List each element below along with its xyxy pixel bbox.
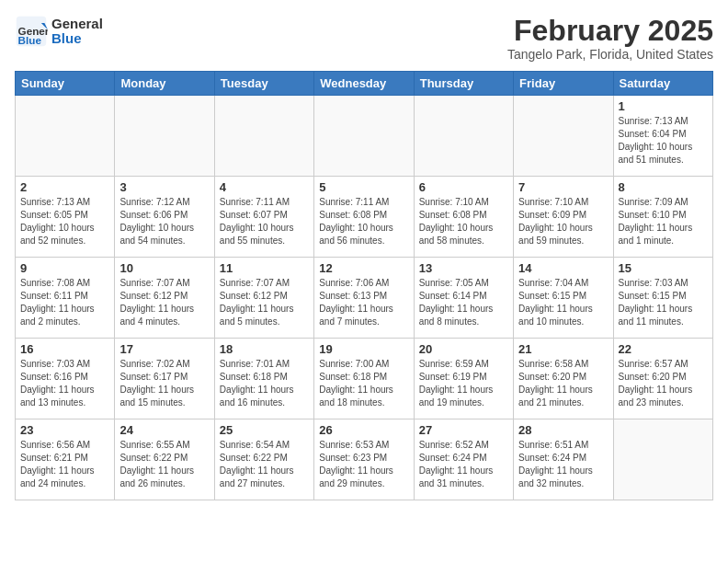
day-number: 8 <box>619 180 708 194</box>
day-info: Sunrise: 6:51 AM Sunset: 6:24 PM Dayligh… <box>518 439 608 490</box>
day-number: 3 <box>119 180 209 194</box>
day-cell: 14Sunrise: 7:04 AM Sunset: 6:15 PM Dayli… <box>514 258 613 339</box>
day-cell: 15Sunrise: 7:03 AM Sunset: 6:15 PM Dayli… <box>613 258 712 339</box>
calendar-header-wednesday: Wednesday <box>314 72 414 96</box>
day-cell: 11Sunrise: 7:07 AM Sunset: 6:12 PM Dayli… <box>214 258 313 339</box>
day-cell: 3Sunrise: 7:12 AM Sunset: 6:06 PM Daylig… <box>115 177 214 258</box>
calendar-table: SundayMondayTuesdayWednesdayThursdayFrid… <box>15 71 713 500</box>
day-cell: 7Sunrise: 7:10 AM Sunset: 6:09 PM Daylig… <box>514 177 613 258</box>
day-info: Sunrise: 6:55 AM Sunset: 6:22 PM Dayligh… <box>119 439 209 490</box>
day-cell: 23Sunrise: 6:56 AM Sunset: 6:21 PM Dayli… <box>16 419 115 500</box>
day-info: Sunrise: 7:00 AM Sunset: 6:18 PM Dayligh… <box>319 358 408 409</box>
calendar-header-row: SundayMondayTuesdayWednesdayThursdayFrid… <box>16 72 713 96</box>
day-cell: 26Sunrise: 6:53 AM Sunset: 6:23 PM Dayli… <box>314 419 414 500</box>
day-number: 7 <box>518 180 608 194</box>
day-number: 14 <box>518 261 608 275</box>
day-cell: 19Sunrise: 7:00 AM Sunset: 6:18 PM Dayli… <box>314 339 414 419</box>
logo-icon: General Blue <box>15 15 48 48</box>
calendar-header-saturday: Saturday <box>613 72 712 96</box>
page: General Blue General Blue February 2025 … <box>0 0 728 510</box>
day-cell <box>414 96 513 177</box>
day-number: 25 <box>220 423 309 437</box>
day-number: 5 <box>319 180 408 194</box>
day-info: Sunrise: 7:03 AM Sunset: 6:16 PM Dayligh… <box>20 358 109 409</box>
day-cell: 13Sunrise: 7:05 AM Sunset: 6:14 PM Dayli… <box>414 258 513 339</box>
title-block: February 2025 Tangelo Park, Florida, Uni… <box>507 15 713 62</box>
week-row-2: 2Sunrise: 7:13 AM Sunset: 6:05 PM Daylig… <box>16 177 713 258</box>
day-cell: 6Sunrise: 7:10 AM Sunset: 6:08 PM Daylig… <box>414 177 513 258</box>
day-info: Sunrise: 7:08 AM Sunset: 6:11 PM Dayligh… <box>20 277 109 328</box>
day-cell: 2Sunrise: 7:13 AM Sunset: 6:05 PM Daylig… <box>16 177 115 258</box>
day-number: 19 <box>319 342 408 356</box>
day-info: Sunrise: 6:56 AM Sunset: 6:21 PM Dayligh… <box>20 439 109 490</box>
day-cell: 8Sunrise: 7:09 AM Sunset: 6:10 PM Daylig… <box>613 177 712 258</box>
day-info: Sunrise: 7:05 AM Sunset: 6:14 PM Dayligh… <box>419 277 508 328</box>
day-info: Sunrise: 7:11 AM Sunset: 6:07 PM Dayligh… <box>220 196 309 247</box>
day-number: 15 <box>619 261 708 275</box>
day-cell: 10Sunrise: 7:07 AM Sunset: 6:12 PM Dayli… <box>115 258 214 339</box>
day-number: 23 <box>20 423 109 437</box>
day-number: 20 <box>419 342 508 356</box>
day-cell: 22Sunrise: 6:57 AM Sunset: 6:20 PM Dayli… <box>613 339 712 419</box>
week-row-1: 1Sunrise: 7:13 AM Sunset: 6:04 PM Daylig… <box>16 96 713 177</box>
day-number: 22 <box>619 342 708 356</box>
day-info: Sunrise: 6:57 AM Sunset: 6:20 PM Dayligh… <box>619 358 708 409</box>
day-cell <box>314 96 414 177</box>
day-cell <box>115 96 214 177</box>
calendar-header-monday: Monday <box>115 72 214 96</box>
logo: General Blue General Blue <box>15 15 103 48</box>
day-cell: 28Sunrise: 6:51 AM Sunset: 6:24 PM Dayli… <box>514 419 613 500</box>
day-number: 13 <box>419 261 508 275</box>
day-number: 9 <box>20 261 109 275</box>
day-number: 27 <box>419 423 508 437</box>
logo-general: General <box>51 17 103 32</box>
day-info: Sunrise: 7:13 AM Sunset: 6:04 PM Dayligh… <box>619 115 708 167</box>
day-cell: 12Sunrise: 7:06 AM Sunset: 6:13 PM Dayli… <box>314 258 414 339</box>
day-cell <box>613 419 712 500</box>
day-number: 16 <box>20 342 109 356</box>
day-number: 17 <box>119 342 209 356</box>
day-info: Sunrise: 6:54 AM Sunset: 6:22 PM Dayligh… <box>220 439 309 490</box>
day-info: Sunrise: 7:04 AM Sunset: 6:15 PM Dayligh… <box>518 277 608 328</box>
day-number: 2 <box>20 180 109 194</box>
day-number: 18 <box>220 342 309 356</box>
day-info: Sunrise: 7:07 AM Sunset: 6:12 PM Dayligh… <box>220 277 309 328</box>
day-info: Sunrise: 7:01 AM Sunset: 6:18 PM Dayligh… <box>220 358 309 409</box>
day-cell: 18Sunrise: 7:01 AM Sunset: 6:18 PM Dayli… <box>214 339 313 419</box>
day-number: 1 <box>619 99 708 113</box>
day-info: Sunrise: 7:11 AM Sunset: 6:08 PM Dayligh… <box>319 196 408 247</box>
day-number: 11 <box>220 261 309 275</box>
day-cell <box>16 96 115 177</box>
day-cell: 20Sunrise: 6:59 AM Sunset: 6:19 PM Dayli… <box>414 339 513 419</box>
day-info: Sunrise: 7:13 AM Sunset: 6:05 PM Dayligh… <box>20 196 109 247</box>
day-info: Sunrise: 7:12 AM Sunset: 6:06 PM Dayligh… <box>119 196 209 247</box>
day-info: Sunrise: 7:02 AM Sunset: 6:17 PM Dayligh… <box>119 358 209 409</box>
week-row-4: 16Sunrise: 7:03 AM Sunset: 6:16 PM Dayli… <box>16 339 713 419</box>
day-number: 4 <box>220 180 309 194</box>
day-cell: 16Sunrise: 7:03 AM Sunset: 6:16 PM Dayli… <box>16 339 115 419</box>
day-number: 6 <box>419 180 508 194</box>
calendar-header-friday: Friday <box>514 72 613 96</box>
week-row-5: 23Sunrise: 6:56 AM Sunset: 6:21 PM Dayli… <box>16 419 713 500</box>
day-number: 21 <box>518 342 608 356</box>
day-cell: 27Sunrise: 6:52 AM Sunset: 6:24 PM Dayli… <box>414 419 513 500</box>
day-cell <box>214 96 313 177</box>
day-cell: 9Sunrise: 7:08 AM Sunset: 6:11 PM Daylig… <box>16 258 115 339</box>
calendar-header-sunday: Sunday <box>16 72 115 96</box>
day-info: Sunrise: 7:03 AM Sunset: 6:15 PM Dayligh… <box>619 277 708 328</box>
day-cell: 5Sunrise: 7:11 AM Sunset: 6:08 PM Daylig… <box>314 177 414 258</box>
calendar-header-thursday: Thursday <box>414 72 513 96</box>
day-number: 24 <box>119 423 209 437</box>
day-info: Sunrise: 6:53 AM Sunset: 6:23 PM Dayligh… <box>319 439 408 490</box>
header: General Blue General Blue February 2025 … <box>15 15 713 62</box>
day-cell: 24Sunrise: 6:55 AM Sunset: 6:22 PM Dayli… <box>115 419 214 500</box>
day-cell: 17Sunrise: 7:02 AM Sunset: 6:17 PM Dayli… <box>115 339 214 419</box>
day-info: Sunrise: 7:10 AM Sunset: 6:09 PM Dayligh… <box>518 196 608 247</box>
logo-blue: Blue <box>51 31 103 47</box>
day-number: 26 <box>319 423 408 437</box>
day-info: Sunrise: 6:59 AM Sunset: 6:19 PM Dayligh… <box>419 358 508 409</box>
day-info: Sunrise: 7:06 AM Sunset: 6:13 PM Dayligh… <box>319 277 408 328</box>
calendar-header-tuesday: Tuesday <box>214 72 313 96</box>
day-info: Sunrise: 6:58 AM Sunset: 6:20 PM Dayligh… <box>518 358 608 409</box>
day-cell: 1Sunrise: 7:13 AM Sunset: 6:04 PM Daylig… <box>613 96 712 177</box>
